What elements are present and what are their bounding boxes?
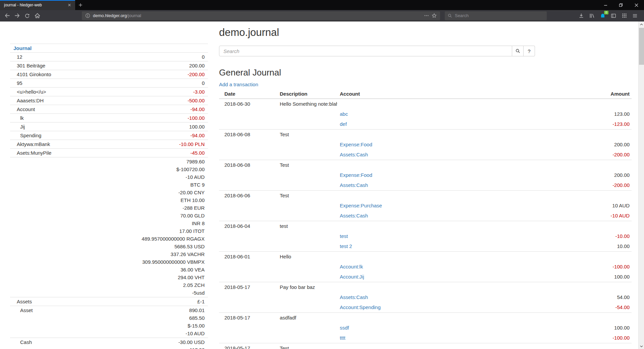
transaction-row: 2018-06-08Test xyxy=(219,130,632,140)
grid-menu-button[interactable] xyxy=(619,11,629,20)
sidebar-account-link[interactable]: Account xyxy=(17,105,35,113)
sidebar-account-link[interactable]: 95 xyxy=(17,79,22,87)
account-balance: 489.957000000000 RGAGX xyxy=(91,235,205,243)
account-balance: 70.00 GLD xyxy=(91,212,205,219)
bookmark-star-icon[interactable] xyxy=(432,13,437,18)
account-row: Assets£-1 xyxy=(10,297,208,306)
posting-row: test 210.00 xyxy=(219,241,632,252)
extension-ghostery-button[interactable]: 0 xyxy=(598,11,608,20)
home-button[interactable] xyxy=(32,11,42,20)
sidebar-account-link[interactable]: Aktywa:mBank xyxy=(17,140,50,148)
account-balance: £-1 xyxy=(91,298,205,305)
account-row: Aaasets:DH-500.00 xyxy=(10,96,208,105)
transaction-date: 2018-06-06 xyxy=(219,191,277,201)
search-submit-button[interactable] xyxy=(512,46,524,56)
new-tab-button[interactable] xyxy=(75,0,86,10)
posting-row: Account:Jij100.00 xyxy=(219,272,632,282)
journal-search-input[interactable] xyxy=(219,46,512,56)
posting-account-link[interactable]: Assets:Cash xyxy=(340,182,368,188)
posting-account-link[interactable]: Expense:Food xyxy=(340,142,372,147)
posting-account-link[interactable]: tttt xyxy=(340,335,345,341)
account-balance: -288 EUR xyxy=(91,204,205,212)
account-balance: 0 xyxy=(91,53,205,61)
url-bar[interactable]: demo.hledger.org/journal xyxy=(82,11,440,20)
column-header-description: Description xyxy=(277,89,337,99)
posting-account-link[interactable]: Expense:Food xyxy=(340,172,372,178)
browser-search-input[interactable] xyxy=(455,13,544,18)
posting-amount: 54.00 xyxy=(528,292,632,302)
sidebar-accounts-body: 120301 Beiträge200.004101 Girokonto-200.… xyxy=(10,53,208,349)
posting-account-link[interactable]: Assets:Cash xyxy=(340,213,368,218)
sidebar-account-link[interactable]: Cash xyxy=(20,338,32,346)
sidebar-account-link[interactable]: 12 xyxy=(17,53,22,61)
posting-account-link[interactable]: Expense:Purchase xyxy=(340,203,382,208)
posting-account-link[interactable]: test 2 xyxy=(340,243,352,249)
sidebar-toggle-button[interactable] xyxy=(608,11,619,20)
posting-account-link[interactable]: test xyxy=(340,233,348,239)
reload-button[interactable] xyxy=(22,11,32,20)
sidebar-account-link[interactable]: Aaasets:DH xyxy=(17,97,44,104)
sidebar-account-link[interactable]: Jij xyxy=(20,123,25,131)
posting-account-link[interactable]: Assets:Cash xyxy=(340,152,368,157)
account-balance: -10.00 PLN xyxy=(91,140,205,148)
transaction-row: 2018-06-06Test xyxy=(219,191,632,201)
close-window-button[interactable] xyxy=(629,0,644,10)
posting-account-link[interactable]: def xyxy=(340,121,347,127)
account-balance: -5usd xyxy=(91,289,205,297)
scroll-up-button[interactable] xyxy=(639,21,644,27)
tab-close-button[interactable] xyxy=(66,2,72,8)
home-icon xyxy=(35,13,40,18)
account-row: lk-100.00 xyxy=(10,114,208,122)
transaction-date: 2018-06-08 xyxy=(219,160,277,170)
sidebar-account-link[interactable]: Asets:MunyPile xyxy=(17,149,51,157)
transaction-description: asdfadf xyxy=(277,313,337,323)
back-button[interactable] xyxy=(2,11,12,20)
posting-account-link[interactable]: ssdf xyxy=(340,325,349,331)
posting-account-link[interactable]: Account:Spending xyxy=(340,304,381,310)
sidebar-account-link[interactable]: lk xyxy=(20,114,24,122)
plus-icon xyxy=(78,3,83,7)
account-balance: 17.00 ITOT xyxy=(91,227,205,235)
menu-button[interactable] xyxy=(630,11,640,20)
account-balance: 685.50 xyxy=(91,314,205,322)
posting-account-link[interactable]: Account:lk xyxy=(340,264,363,269)
sidebar-account-link[interactable]: Assets xyxy=(17,298,32,305)
library-button[interactable] xyxy=(587,11,597,20)
posting-account-link[interactable]: Account:Jij xyxy=(340,274,364,280)
search-icon xyxy=(516,49,520,53)
reload-icon xyxy=(24,13,30,18)
posting-account-link[interactable]: abc xyxy=(340,111,348,117)
restore-button[interactable] xyxy=(613,0,629,10)
posting-row: Expense:Food200.00 xyxy=(219,170,632,180)
transaction-date: 2018-06-01 xyxy=(219,252,277,262)
page-scrollbar[interactable] xyxy=(638,21,644,349)
sidebar-account-link[interactable]: <u>hello</u> xyxy=(17,88,46,96)
account-row: 301 Beiträge200.00 xyxy=(10,61,208,70)
search-help-button[interactable]: ? xyxy=(524,46,535,56)
scrollbar-thumb[interactable] xyxy=(639,28,644,65)
page-info-icon[interactable] xyxy=(85,13,90,18)
restore-icon xyxy=(619,3,623,7)
minimize-button[interactable] xyxy=(598,0,613,10)
transaction-description: Hello Something note:blah xyxy=(277,99,337,109)
sidebar-account-link[interactable]: 4101 Girokonto xyxy=(17,70,51,78)
sidebar-account-link[interactable]: 301 Beiträge xyxy=(17,62,45,69)
sidebar-account-link[interactable]: Spending xyxy=(20,132,41,139)
posting-row: ssdf100.00 xyxy=(219,323,632,333)
transaction-date: 2018-06-04 xyxy=(219,221,277,232)
forward-button[interactable] xyxy=(12,11,22,20)
account-balance: 7989.60 xyxy=(91,158,205,165)
scroll-down-button[interactable] xyxy=(639,343,644,349)
sidebar-account-link[interactable]: Asset xyxy=(20,306,33,314)
account-balance: -500.00 xyxy=(91,97,205,104)
downloads-button[interactable] xyxy=(576,11,586,20)
sidebar-journal-link[interactable]: Journal xyxy=(13,45,32,51)
transaction-description: Hello xyxy=(277,252,337,262)
url-text[interactable]: demo.hledger.org/journal xyxy=(93,13,421,18)
browser-tab[interactable]: journal - hledger-web xyxy=(0,0,75,10)
search-icon xyxy=(448,13,452,18)
add-transaction-link[interactable]: Add a transaction xyxy=(219,82,258,87)
page-actions-icon[interactable] xyxy=(424,13,429,18)
browser-search-bar[interactable] xyxy=(445,11,547,20)
posting-account-link[interactable]: Assets:Cash xyxy=(340,294,368,300)
